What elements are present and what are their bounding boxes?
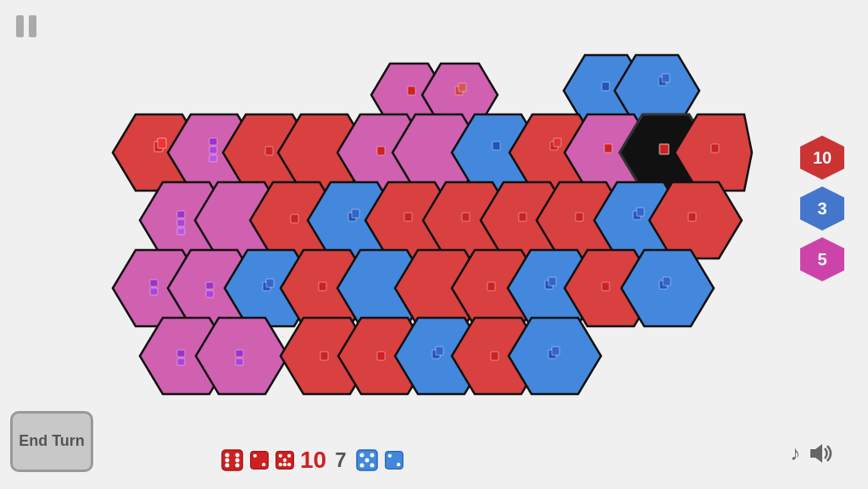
sound-controls: ♪ — [790, 442, 834, 465]
pink-score-badge: 5 — [800, 237, 844, 281]
svg-point-57 — [225, 453, 230, 458]
music-icon[interactable]: ♪ — [790, 442, 800, 465]
svg-rect-35 — [548, 277, 556, 286]
svg-rect-11 — [659, 144, 669, 154]
svg-rect-41 — [236, 350, 243, 357]
svg-rect-26 — [150, 280, 158, 286]
svg-rect-36 — [602, 282, 609, 291]
svg-point-69 — [283, 458, 287, 462]
svg-rect-6 — [377, 147, 385, 155]
svg-point-68 — [287, 454, 291, 458]
pause-button[interactable] — [10, 10, 42, 42]
svg-rect-46 — [436, 347, 443, 355]
svg-rect-53 — [602, 82, 609, 91]
svg-point-59 — [225, 464, 230, 468]
end-turn-button[interactable]: End Turn — [10, 411, 93, 472]
svg-rect-50 — [408, 86, 415, 95]
svg-point-78 — [370, 464, 374, 468]
volume-icon[interactable] — [807, 442, 834, 465]
svg-rect-24 — [637, 208, 644, 216]
svg-rect-27 — [150, 288, 158, 295]
svg-rect-22 — [576, 213, 583, 221]
svg-point-61 — [225, 458, 230, 463]
svg-rect-44 — [377, 352, 385, 360]
svg-rect-55 — [662, 74, 670, 82]
svg-rect-38 — [663, 277, 670, 286]
red-total: 10 — [300, 447, 326, 474]
svg-rect-31 — [266, 279, 274, 287]
pause-bar-right — [29, 15, 36, 37]
svg-rect-4 — [209, 155, 217, 162]
svg-point-64 — [253, 454, 257, 458]
red-score-badge: 10 — [800, 136, 844, 180]
svg-rect-7 — [492, 142, 500, 150]
svg-rect-19 — [404, 213, 412, 221]
svg-point-80 — [387, 454, 391, 458]
svg-rect-63 — [251, 452, 269, 470]
svg-rect-16 — [291, 214, 298, 223]
svg-rect-1 — [158, 138, 166, 148]
svg-rect-14 — [177, 219, 185, 226]
svg-rect-49 — [552, 347, 559, 355]
svg-point-74 — [359, 453, 364, 458]
svg-rect-3 — [209, 147, 217, 153]
svg-point-75 — [370, 453, 374, 458]
pause-bar-left — [16, 15, 24, 37]
svg-point-62 — [236, 458, 240, 463]
svg-rect-32 — [319, 282, 326, 291]
blue-score-badge: 3 — [800, 186, 844, 231]
svg-rect-52 — [459, 83, 466, 92]
svg-rect-5 — [265, 147, 273, 155]
svg-point-76 — [364, 458, 369, 463]
red-die-3 — [275, 450, 295, 470]
svg-point-58 — [236, 453, 240, 458]
svg-point-60 — [236, 464, 240, 468]
blue-die-1 — [355, 448, 379, 472]
svg-rect-28 — [206, 282, 214, 289]
svg-rect-47 — [491, 352, 498, 360]
svg-rect-42 — [236, 358, 243, 365]
svg-rect-13 — [177, 211, 185, 218]
svg-rect-10 — [604, 144, 612, 153]
svg-rect-43 — [320, 352, 328, 360]
svg-rect-2 — [209, 138, 217, 145]
svg-rect-40 — [177, 358, 185, 365]
red-die-2 — [249, 450, 270, 470]
svg-rect-9 — [554, 138, 561, 147]
svg-rect-21 — [519, 213, 526, 221]
svg-rect-39 — [177, 350, 185, 357]
svg-point-81 — [397, 463, 400, 466]
red-die-1 — [220, 448, 244, 472]
game-board — [110, 47, 754, 420]
svg-rect-18 — [352, 209, 359, 218]
svg-rect-15 — [177, 228, 185, 235]
blue-die-2 — [384, 450, 404, 470]
svg-rect-25 — [688, 213, 696, 221]
svg-rect-79 — [385, 452, 403, 470]
svg-marker-82 — [810, 444, 822, 463]
svg-rect-12 — [711, 144, 719, 153]
svg-point-67 — [279, 454, 282, 458]
svg-rect-29 — [206, 291, 214, 297]
score-panel: 10 3 5 — [800, 136, 844, 281]
svg-point-77 — [359, 464, 364, 468]
svg-rect-20 — [462, 213, 470, 221]
score-display-area: 10 7 — [220, 447, 404, 474]
svg-point-70 — [279, 463, 282, 466]
svg-point-72 — [283, 463, 287, 466]
svg-point-65 — [262, 463, 265, 466]
svg-point-71 — [287, 463, 291, 466]
svg-rect-33 — [487, 282, 495, 291]
score-divider: 7 — [335, 448, 346, 472]
